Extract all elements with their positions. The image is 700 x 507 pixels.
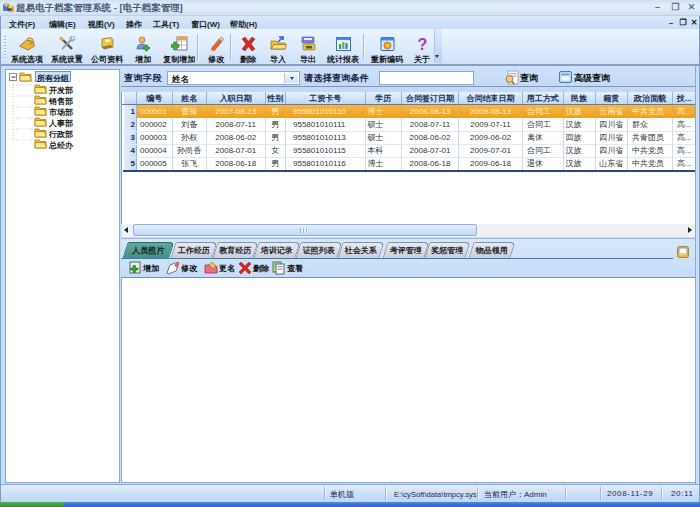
svg-text:?: ?: [417, 36, 427, 52]
